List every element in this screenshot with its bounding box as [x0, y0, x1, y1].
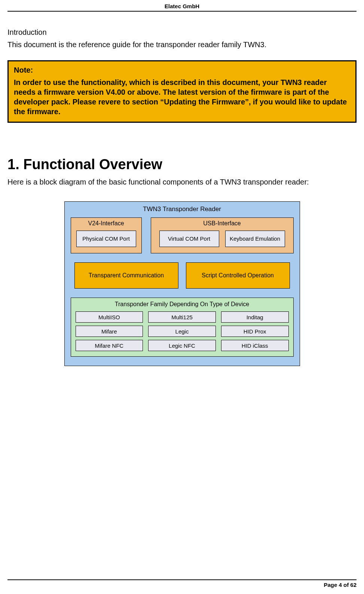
family-cell: Mifare NFC	[76, 340, 143, 351]
family-cell: Legic	[148, 326, 216, 337]
note-title: Note:	[14, 66, 350, 74]
family-cell: Legic NFC	[148, 340, 216, 351]
intro-label: Introduction	[7, 28, 357, 37]
family-cell: Inditag	[221, 311, 289, 323]
family-cell: MultiISO	[76, 311, 143, 323]
family-grid: MultiISO Multi125 Inditag Mifare Legic H…	[76, 311, 289, 351]
v24-interface-box: V24-Interface Physical COM Port	[71, 217, 142, 253]
family-cell: HID Prox	[221, 326, 289, 337]
section-intro-text: Here is a block diagram of the basic fun…	[7, 178, 357, 186]
page-footer: Page 4 of 62	[7, 579, 357, 588]
transponder-family-box: Transponder Family Depending On Type of …	[71, 298, 294, 357]
v24-label: V24-Interface	[75, 220, 138, 227]
interface-row: V24-Interface Physical COM Port USB-Inte…	[71, 217, 294, 253]
family-cell: HID iClass	[221, 340, 289, 351]
v24-port-row: Physical COM Port	[75, 231, 138, 247]
intro-text: This document is the reference guide for…	[7, 40, 357, 49]
family-cell: Mifare	[76, 326, 143, 337]
script-controlled-operation: Script Controlled Operation	[186, 262, 290, 289]
mode-row: Transparent Communication Script Control…	[71, 262, 294, 289]
virtual-com-port: Virtual COM Port	[159, 231, 219, 247]
physical-com-port: Physical COM Port	[76, 231, 136, 247]
block-diagram: TWN3 Transponder Reader V24-Interface Ph…	[64, 201, 300, 366]
section-heading: 1. Functional Overview	[7, 156, 357, 173]
family-title: Transponder Family Depending On Type of …	[76, 301, 289, 308]
note-box: Note: In order to use the functionality,…	[7, 60, 357, 123]
usb-port-row: Virtual COM Port Keyboard Emulation	[155, 231, 290, 247]
keyboard-emulation: Keyboard Emulation	[225, 231, 285, 247]
note-body: In order to use the functionality, which…	[14, 77, 350, 116]
transparent-communication: Transparent Communication	[74, 262, 178, 289]
usb-interface-box: USB-Interface Virtual COM Port Keyboard …	[151, 217, 294, 253]
family-cell: Multi125	[148, 311, 216, 323]
usb-label: USB-Interface	[155, 220, 290, 227]
diagram-title: TWN3 Transponder Reader	[71, 202, 294, 217]
page-content: Introduction This document is the refere…	[0, 12, 364, 366]
diagram-wrap: TWN3 Transponder Reader V24-Interface Ph…	[7, 201, 357, 366]
page-header: Elatec GmbH	[7, 0, 357, 12]
